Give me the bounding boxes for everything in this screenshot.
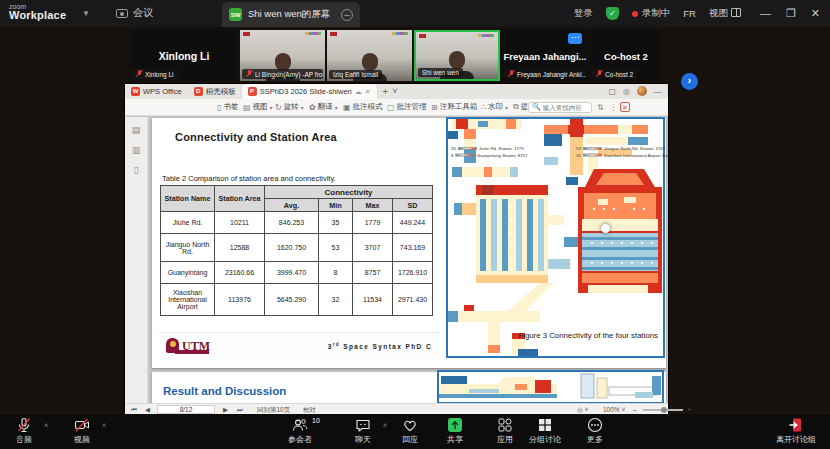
- titlebar-right: 登录 ✓ 录制中 FR 视图 — ❐ ✕: [574, 0, 830, 27]
- theme-icon[interactable]: ◎: [623, 87, 630, 96]
- wps-document-tab[interactable]: P SSPhD3 2026 Slide-shiwen ☁ ✕: [242, 84, 377, 99]
- find-prev-next-icon[interactable]: ⇅: [597, 103, 604, 112]
- video-label: 视频: [52, 434, 112, 445]
- more-button[interactable]: 更多: [565, 417, 625, 445]
- bookmark-tool[interactable]: ▯书签: [217, 102, 238, 112]
- last-page-button[interactable]: ⏭: [237, 406, 243, 414]
- wps-docer-tab[interactable]: D 稻壳模板: [188, 84, 242, 99]
- language-button[interactable]: FR: [683, 8, 696, 19]
- name-tag: Shi wen wen: [418, 68, 463, 77]
- translate-icon: ✿: [309, 103, 316, 112]
- bookmark-icon: ▯: [217, 103, 221, 112]
- wps-user-avatar[interactable]: [637, 86, 647, 96]
- wps-toolbar: ▯书签 ▤视图▾ ↻旋转▾ ✿翻译▾ ▣批注模式 ▢批注管理 ⊞注释工具箱 ∴水…: [125, 99, 668, 116]
- page-number-input[interactable]: [157, 405, 215, 414]
- rotate-tool[interactable]: ↻旋转▾: [275, 102, 304, 112]
- zoom-out-button[interactable]: –: [633, 406, 637, 413]
- legend-right: 53 Jianguo North Rd. Station 3707 32 Xia…: [576, 145, 668, 158]
- comment-toolbox-tool[interactable]: ⊞注释工具箱: [431, 102, 477, 112]
- participants-button[interactable]: 10 参会者: [270, 417, 330, 445]
- layout-icon[interactable]: ▢: [608, 87, 616, 96]
- legend-min: 8: [451, 153, 453, 157]
- video-tile-freyaan[interactable]: Freyaan Jahangi... ⋯ Freyaan Jahangir An…: [502, 30, 588, 81]
- video-options-chevron[interactable]: ˄: [102, 422, 106, 429]
- slide-heading: Connectivity and Station Area: [175, 131, 337, 143]
- view-grid-icon: [731, 8, 741, 17]
- breakout-grid-icon: [537, 417, 553, 433]
- outline-panel-icon[interactable]: ▥: [132, 145, 141, 155]
- video-tile-iziq[interactable]: Iziq Eafifi Ismail: [327, 30, 412, 81]
- thumbnails-panel-icon[interactable]: ▤: [132, 125, 141, 135]
- security-shield-icon[interactable]: ✓: [606, 7, 619, 20]
- video-tile-shiwenwen-active-speaker[interactable]: Shi wen wen: [414, 30, 500, 81]
- table-caption: Table 2 Comparison of station area and c…: [162, 174, 336, 183]
- close-tab-icon[interactable]: ✕: [365, 88, 371, 96]
- more-options-icon[interactable]: ⋮: [609, 103, 617, 112]
- presenter-cursor-dot: [601, 224, 610, 233]
- chevron-down-icon[interactable]: ▼: [82, 9, 90, 18]
- screen: zoom Workplace ▼ 会议 SW Shi wen wen的屏幕 – …: [0, 0, 830, 449]
- backdrop-logos: [478, 34, 494, 37]
- watermark-tool[interactable]: ∴水印▾: [481, 102, 508, 112]
- translate-tool[interactable]: ✿翻译▾: [309, 102, 338, 112]
- video-tile-cohost2[interactable]: Co-host 2 Co-host 2: [590, 30, 662, 81]
- zoom-slider[interactable]: [643, 409, 683, 411]
- minimize-tab-icon[interactable]: –: [341, 9, 353, 21]
- tab-shared-screen[interactable]: SW Shi wen wen的屏幕 –: [222, 2, 360, 27]
- wps-home-tab[interactable]: W WPS Office: [125, 84, 188, 99]
- tab-meeting[interactable]: 会议: [116, 6, 153, 20]
- participants-icon: [292, 417, 308, 433]
- maximize-button[interactable]: ❐: [786, 7, 796, 20]
- close-button[interactable]: ✕: [811, 7, 820, 20]
- video-tile-libingxin[interactable]: Li Bingxin(Amy) -AP from ...: [240, 30, 325, 81]
- comment-toolbox-icon: ⊞: [431, 103, 438, 112]
- wps-minimize-button[interactable]: —: [654, 87, 662, 96]
- brand-workplace: Workplace: [9, 10, 66, 21]
- watermark-icon: ∴: [481, 103, 486, 112]
- video-tile-xinlong[interactable]: Xinlong Li Xinlong Li: [130, 30, 238, 81]
- legend-colorbar: [458, 147, 477, 150]
- document-canvas[interactable]: Connectivity and Station Area Table 2 Co…: [148, 117, 668, 403]
- first-page-button[interactable]: ⏮: [131, 406, 137, 414]
- station-table: Station Name Station Area Connectivity A…: [160, 185, 433, 316]
- next-participants-button[interactable]: ›: [681, 73, 698, 90]
- name-tag: Iziq Eafifi Ismail: [329, 70, 382, 79]
- apps-icon: [497, 417, 513, 433]
- zoom-slider-thumb[interactable]: [661, 407, 667, 413]
- new-tab-button[interactable]: ＋ ˅: [381, 85, 398, 98]
- presentation-file-icon: P: [248, 87, 257, 96]
- legend-min: 35: [451, 146, 456, 150]
- prev-page-button[interactable]: ◀: [145, 406, 150, 414]
- slide-footer: UTM 3rd Space Syntax PhD C: [158, 332, 440, 360]
- exit-mode-icon[interactable]: ✕: [620, 102, 630, 112]
- view-button[interactable]: 视图: [709, 7, 741, 20]
- comment-mode-icon: ▣: [343, 103, 351, 112]
- wps-titlebar-right: ▢ ◎ —: [608, 86, 662, 96]
- next-page-button[interactable]: ▶: [223, 406, 228, 414]
- find-input[interactable]: [543, 104, 593, 111]
- tile-more-button[interactable]: ⋯: [568, 33, 582, 44]
- view-mode-icon[interactable]: ◎ ˅: [577, 406, 588, 414]
- audio-options-chevron[interactable]: ˄: [44, 422, 48, 429]
- comment-manage-tool[interactable]: ▢批注管理: [387, 102, 427, 112]
- document-tab-label: SSPhD3 2026 Slide-shiwen: [260, 87, 352, 96]
- bookmark-panel-icon[interactable]: ▯: [132, 165, 141, 175]
- view-tool[interactable]: ▤视图▾: [243, 102, 273, 112]
- minimize-button[interactable]: —: [760, 7, 771, 20]
- legend-name: Guanyintang Station: [476, 153, 515, 157]
- legend-colorbar: [583, 153, 602, 156]
- signin-button[interactable]: 登录: [574, 7, 593, 20]
- heart-icon: [402, 417, 418, 433]
- zoom-in-button[interactable]: +: [687, 406, 691, 413]
- legend-name: Xiaoshan International Airport Station: [604, 153, 668, 157]
- comment-mode-tool[interactable]: ▣批注模式: [343, 102, 383, 112]
- zoom-titlebar: zoom Workplace ▼ 会议 SW Shi wen wen的屏幕 – …: [0, 0, 830, 27]
- avatar: SW: [229, 8, 242, 21]
- legend-max: 8757: [518, 153, 528, 157]
- zoom-level[interactable]: 100% ˅: [603, 406, 625, 413]
- camera-muted-icon: [74, 417, 90, 433]
- leave-breakout-button[interactable]: 离开讨论组: [761, 417, 830, 445]
- find-box[interactable]: 🔍: [528, 102, 592, 113]
- participant-name: Freyaan Jahangi...: [502, 50, 588, 61]
- meeting-icon: [116, 9, 128, 18]
